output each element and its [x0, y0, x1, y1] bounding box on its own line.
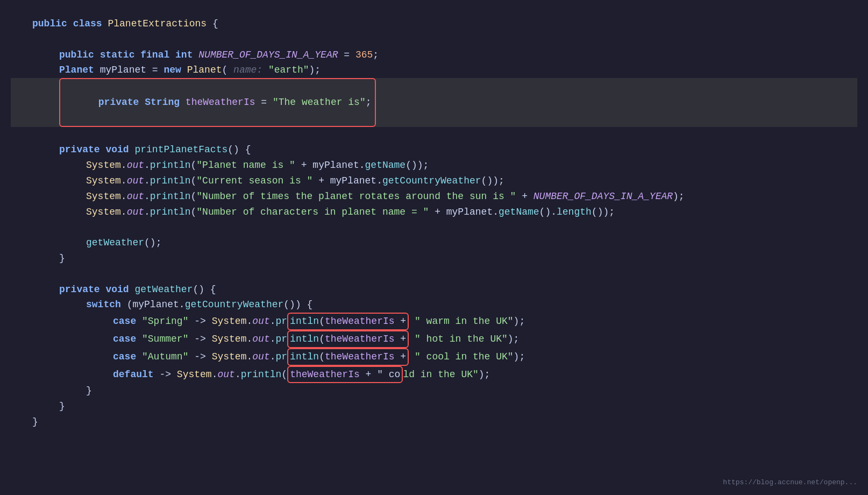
fn-intln2: intln [290, 334, 319, 344]
var-myplanet: myPlanet = [100, 62, 164, 78]
fn-getname2: getName [499, 204, 539, 220]
var-out: out [127, 204, 144, 220]
plain: } [86, 383, 92, 399]
code-line: System.out.println("Number of characters… [11, 204, 857, 220]
keyword-void: void [105, 142, 134, 158]
str-autumn: "Autumn" [142, 349, 188, 365]
var-tw2: theWeatherIs [325, 334, 395, 344]
code-line: Planet myPlanet = new Planet( name: "ear… [11, 62, 857, 78]
str3: "Number of times the planet rotates arou… [196, 189, 516, 204]
code-line: } [11, 251, 857, 266]
string-weather: "The weather is" [273, 97, 366, 108]
type-planet: Planet [59, 62, 100, 78]
plain: -> [188, 331, 211, 347]
keyword-private: private [59, 282, 105, 298]
class-system4: System [212, 349, 247, 365]
type-string: String [145, 97, 186, 108]
plain: ( [190, 189, 196, 204]
class-system5: System [177, 367, 212, 383]
fn-intln3: intln [290, 351, 319, 362]
plain: . [212, 367, 218, 383]
plain: . [270, 314, 276, 329]
plain: + myPlanet. [312, 173, 382, 189]
code-line-highlighted: private String theWeatherIs = "The weath… [11, 78, 857, 126]
var-tw1: theWeatherIs [325, 316, 395, 327]
class-system: System [86, 158, 121, 173]
plain: { [207, 16, 218, 32]
plain: ( [190, 204, 196, 220]
fn-getcountryweather2: getCountryWeather [185, 297, 284, 313]
plain: ( [222, 62, 233, 78]
plain: + [395, 351, 407, 362]
code-line: default -> System.out.println(theWeather… [11, 366, 857, 384]
plain: + [395, 316, 407, 327]
plain: + myPlanet. [295, 158, 365, 173]
named-arg: name: [233, 62, 262, 78]
plain: (myPlanet. [127, 297, 185, 313]
plain: ); [508, 331, 520, 347]
str-spring: "Spring" [142, 314, 188, 329]
code-line: } [11, 399, 857, 414]
keyword-switch: switch [86, 297, 127, 313]
code-line: private void printPlanetFacts() { [11, 142, 857, 158]
str-cool: " cool in the UK" [409, 349, 513, 365]
var-out2: out [252, 314, 269, 329]
code-line: switch (myPlanet.getCountryWeather()) { [11, 297, 857, 313]
fn-print2: pr [276, 314, 288, 329]
fn-getweather-decl: getWeather [134, 282, 193, 298]
plain: ); [514, 349, 525, 365]
plain: ( [319, 334, 325, 344]
plain: ( [319, 316, 325, 327]
plain: ()); [592, 204, 615, 220]
str-cold: ld in the UK" [403, 367, 478, 383]
plain: = [338, 47, 355, 63]
plain: . [270, 331, 276, 347]
plain: (). [539, 204, 557, 220]
keyword: static [100, 47, 141, 63]
number: 365 [355, 47, 373, 63]
class-system: System [86, 173, 121, 189]
fn-println: println [150, 158, 191, 173]
keyword-void: void [105, 282, 134, 298]
plain: } [59, 399, 65, 414]
fn-println: println [150, 204, 191, 220]
code-line: } [11, 414, 857, 430]
class-system2: System [212, 314, 247, 329]
fn-getcountryweather: getCountryWeather [382, 173, 481, 189]
fn-println: println [150, 173, 191, 189]
fn-length: length [557, 204, 592, 220]
plain [262, 62, 268, 78]
str4: "Number of characters in planet name = " [196, 204, 429, 220]
fn-println: println [150, 189, 191, 204]
plain: . [144, 204, 150, 220]
plain: = [255, 97, 272, 108]
str-summer: "Summer" [142, 331, 188, 347]
classname: PlanetExtractions [108, 16, 207, 32]
plain: + " co [360, 369, 401, 380]
keyword: int [175, 47, 198, 63]
keyword-new: new [163, 62, 187, 78]
plain: ); [479, 367, 490, 383]
code-line [11, 266, 857, 282]
plain: -> [188, 349, 211, 365]
var-days: NUMBER_OF_DAYS_IN_A_YEAR [198, 47, 338, 63]
classname-planet: Planet [187, 62, 222, 78]
code-line: public static final int NUMBER_OF_DAYS_I… [11, 47, 857, 63]
plain: . [144, 189, 150, 204]
keyword-public: public [32, 16, 73, 32]
keyword-private: private [98, 97, 145, 108]
plain: . [246, 349, 252, 365]
plain: ; [373, 47, 379, 63]
code-line: } [11, 383, 857, 399]
code-line: System.out.println("Number of times the … [11, 189, 857, 204]
plain: . [246, 331, 252, 347]
plain: } [59, 251, 65, 266]
keyword-class: class [73, 16, 108, 32]
var-out3: out [252, 331, 269, 347]
fn-print3: pr [276, 331, 288, 347]
class-system3: System [212, 331, 247, 347]
str-hot: " hot in the UK" [409, 331, 508, 347]
plain: ); [309, 62, 321, 78]
plain: ()); [405, 158, 429, 173]
str2: "Current season is " [196, 173, 312, 189]
